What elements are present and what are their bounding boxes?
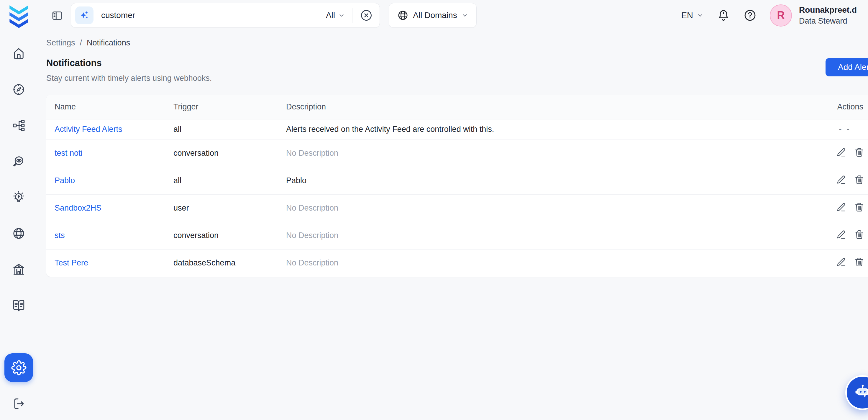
alert-trigger: databaseSchema bbox=[165, 249, 278, 277]
sidebar-item-glossary[interactable] bbox=[10, 296, 28, 314]
sidebar-item-lineage[interactable] bbox=[10, 116, 28, 134]
trash-icon bbox=[854, 257, 864, 267]
edit-alert-button[interactable] bbox=[836, 230, 846, 240]
alerts-table-card: Name Trigger Description Actions Activit… bbox=[46, 95, 868, 277]
alert-name-link[interactable]: sts bbox=[55, 231, 65, 240]
breadcrumb-settings[interactable]: Settings bbox=[46, 38, 75, 48]
divider bbox=[352, 8, 352, 23]
table-row[interactable]: Pablo all Pablo bbox=[46, 167, 868, 194]
table-row[interactable]: test noti conversation No Description bbox=[46, 140, 868, 167]
sidebar-item-domains[interactable] bbox=[10, 224, 28, 242]
table-row[interactable]: Sandbox2HS user No Description bbox=[46, 194, 868, 222]
home-icon bbox=[12, 47, 26, 60]
page-subtitle: Stay current with timely alerts using we… bbox=[46, 74, 212, 83]
trash-icon bbox=[854, 230, 864, 240]
topbar: All All Domains EN bbox=[37, 0, 868, 31]
ai-sparkles-button[interactable] bbox=[75, 6, 93, 24]
chevron-down-icon bbox=[461, 12, 468, 19]
table-row[interactable]: sts conversation No Description bbox=[46, 222, 868, 249]
alert-actions: - - bbox=[807, 119, 868, 140]
trash-icon bbox=[854, 202, 864, 212]
app-logo bbox=[6, 2, 32, 29]
trash-icon bbox=[854, 147, 864, 157]
alert-trigger: conversation bbox=[165, 140, 278, 167]
user-role: Data Steward bbox=[799, 16, 857, 26]
search-eye-icon bbox=[12, 154, 26, 169]
column-header-trigger: Trigger bbox=[165, 95, 278, 119]
compass-icon bbox=[12, 83, 26, 96]
alert-name-link[interactable]: Pablo bbox=[55, 176, 75, 185]
sidebar-item-govern[interactable] bbox=[10, 260, 28, 278]
sidebar-item-home[interactable] bbox=[10, 44, 28, 63]
search-scope-label: All bbox=[326, 11, 335, 20]
global-search-bar[interactable]: All bbox=[71, 3, 380, 28]
table-row[interactable]: Test Pere databaseSchema No Description bbox=[46, 249, 868, 277]
sparkles-icon bbox=[79, 10, 90, 21]
alert-description: No Description bbox=[278, 222, 807, 249]
alert-trigger: all bbox=[165, 119, 278, 140]
page-title: Notifications bbox=[46, 58, 102, 68]
lightbulb-icon bbox=[12, 190, 26, 204]
alert-description: No Description bbox=[278, 249, 807, 277]
table-row[interactable]: Activity Feed Alerts all Alerts received… bbox=[46, 119, 868, 140]
alert-actions bbox=[807, 167, 868, 194]
edit-alert-button[interactable] bbox=[836, 175, 846, 185]
sidebar-item-observability[interactable] bbox=[10, 152, 28, 171]
alert-trigger: user bbox=[165, 194, 278, 222]
alert-name-link[interactable]: Sandbox2HS bbox=[55, 204, 101, 212]
language-selector[interactable]: EN bbox=[681, 11, 704, 20]
search-scope-dropdown[interactable]: All bbox=[326, 11, 352, 20]
alert-actions bbox=[807, 249, 868, 277]
sidebar-toggle-button[interactable] bbox=[51, 9, 64, 22]
trash-icon bbox=[854, 175, 864, 185]
alert-actions bbox=[807, 194, 868, 222]
delete-alert-button[interactable] bbox=[854, 257, 864, 267]
alert-description: Pablo bbox=[278, 167, 807, 194]
pencil-icon bbox=[836, 147, 846, 157]
no-actions-placeholder: - - bbox=[839, 125, 851, 133]
help-button[interactable] bbox=[743, 8, 757, 22]
alert-name-link[interactable]: Test Pere bbox=[55, 258, 88, 267]
alert-name-link[interactable]: test noti bbox=[55, 149, 83, 157]
domain-selector[interactable]: All Domains bbox=[389, 3, 476, 28]
flow-icon bbox=[12, 119, 26, 132]
alert-trigger: all bbox=[165, 167, 278, 194]
chatbot-button[interactable] bbox=[845, 375, 868, 410]
topbar-right: EN R Rounakpreet.d Data Steward bbox=[681, 0, 857, 31]
pencil-icon bbox=[836, 202, 846, 212]
bell-icon bbox=[717, 8, 730, 22]
search-input[interactable] bbox=[93, 11, 326, 20]
sidebar-item-settings[interactable] bbox=[4, 353, 33, 382]
language-label: EN bbox=[681, 11, 693, 20]
sidebar-item-explore[interactable] bbox=[10, 80, 28, 98]
clear-search-button[interactable] bbox=[360, 8, 373, 22]
edit-alert-button[interactable] bbox=[836, 147, 846, 157]
sidebar-nav bbox=[0, 44, 37, 314]
domain-selector-label: All Domains bbox=[413, 11, 457, 20]
logout-button[interactable] bbox=[0, 395, 37, 413]
pencil-icon bbox=[836, 257, 846, 267]
user-menu[interactable]: R Rounakpreet.d Data Steward bbox=[770, 4, 857, 27]
edit-alert-button[interactable] bbox=[836, 257, 846, 267]
open-book-icon bbox=[12, 299, 26, 312]
alert-description: No Description bbox=[278, 140, 807, 167]
delete-alert-button[interactable] bbox=[854, 175, 864, 185]
delete-alert-button[interactable] bbox=[854, 230, 864, 240]
user-name: Rounakpreet.d bbox=[799, 4, 857, 16]
globe-icon bbox=[12, 227, 26, 240]
breadcrumb: Settings / Notifications bbox=[46, 38, 130, 48]
alerts-table: Name Trigger Description Actions Activit… bbox=[46, 95, 868, 277]
notifications-button[interactable] bbox=[717, 8, 730, 22]
delete-alert-button[interactable] bbox=[854, 202, 864, 212]
delete-alert-button[interactable] bbox=[854, 147, 864, 157]
alert-name-link[interactable]: Activity Feed Alerts bbox=[55, 125, 122, 133]
logout-icon bbox=[12, 397, 26, 411]
sidebar-item-insights[interactable] bbox=[10, 188, 28, 206]
alert-trigger: conversation bbox=[165, 222, 278, 249]
pencil-icon bbox=[836, 175, 846, 185]
add-alert-button[interactable]: Add Alert bbox=[826, 58, 868, 77]
avatar[interactable]: R bbox=[770, 4, 792, 27]
breadcrumb-current: Notifications bbox=[87, 38, 130, 48]
alert-actions bbox=[807, 222, 868, 249]
edit-alert-button[interactable] bbox=[836, 202, 846, 212]
